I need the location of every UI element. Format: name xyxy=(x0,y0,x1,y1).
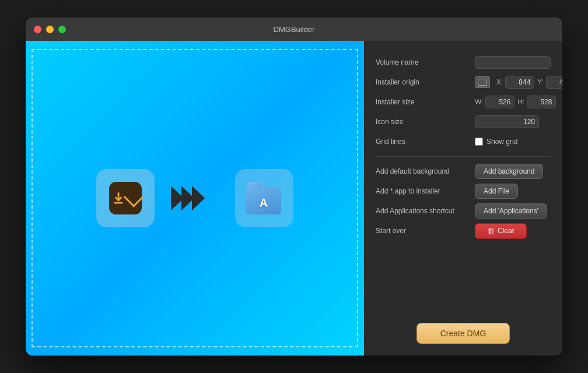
icon-size-controls xyxy=(475,115,551,128)
add-app-controls: Add File xyxy=(475,184,551,199)
installer-origin-row: Installer origin X: Y: xyxy=(376,72,551,92)
y-input[interactable] xyxy=(546,76,562,89)
grid-lines-controls: Show grid xyxy=(475,138,551,146)
svg-rect-1 xyxy=(114,202,123,204)
grid-checkbox-container: Show grid xyxy=(475,138,517,146)
main-window: DMGBuilder xyxy=(26,17,562,356)
start-over-controls: 🗑 Clear xyxy=(475,223,551,239)
installer-size-row: Installer size W: H: xyxy=(376,92,551,112)
h-label: H: xyxy=(517,98,524,106)
w-label: W: xyxy=(475,98,483,106)
arrow-chevrons xyxy=(171,184,219,213)
y-label: Y: xyxy=(537,78,544,86)
x-label: X: xyxy=(496,78,503,86)
svg-marker-4 xyxy=(192,186,205,210)
grid-checkbox[interactable] xyxy=(475,138,483,146)
h-coord-group: H: xyxy=(517,96,556,108)
installer-origin-icon xyxy=(475,76,490,88)
minimize-button[interactable] xyxy=(46,26,54,33)
add-apps-row: Add Applications shortcut Add 'Applicati… xyxy=(376,201,551,221)
app-icon-box xyxy=(96,169,155,227)
canvas-panel: A xyxy=(26,41,364,356)
icon-size-label: Icon size xyxy=(376,118,475,126)
w-coord-group: W: xyxy=(475,96,514,108)
start-over-row: Start over 🗑 Clear xyxy=(376,221,551,241)
add-bg-controls: Add background xyxy=(475,164,551,179)
add-file-button[interactable]: Add File xyxy=(475,184,518,199)
add-background-button[interactable]: Add background xyxy=(475,164,543,179)
bottom-area: Create DMG xyxy=(376,315,551,344)
add-bg-row: Add default background Add background xyxy=(376,161,551,181)
installer-origin-controls: X: Y: xyxy=(475,76,562,89)
x-coord-group: X: xyxy=(496,76,534,89)
volume-name-label: Volume name xyxy=(376,58,475,66)
chevrons-svg xyxy=(171,184,219,213)
add-app-row: Add *.app to installer Add File xyxy=(376,181,551,201)
icon-size-input[interactable] xyxy=(475,115,539,128)
w-input[interactable] xyxy=(485,96,514,108)
volume-name-row: Volume name xyxy=(376,52,551,72)
grid-show-label: Show grid xyxy=(487,138,517,146)
window-controls xyxy=(34,26,66,33)
download-icon xyxy=(109,182,142,214)
start-over-label: Start over xyxy=(376,227,475,235)
close-button[interactable] xyxy=(34,26,41,33)
y-coord-group: Y: xyxy=(537,76,562,89)
installer-origin-label: Installer origin xyxy=(376,78,475,86)
installer-preview: A xyxy=(96,169,293,227)
form-rows: Volume name Installer origin X: xyxy=(376,52,551,315)
content-area: A Volume name Installer origin xyxy=(26,41,562,356)
applications-icon-box: A xyxy=(235,169,293,227)
grid-lines-label: Grid lines xyxy=(376,138,475,146)
icon-size-row: Icon size xyxy=(376,112,551,132)
trash-icon: 🗑 xyxy=(487,227,495,235)
right-panel: Volume name Installer origin X: xyxy=(364,41,562,356)
titlebar: DMGBuilder xyxy=(26,17,562,41)
origin-inner xyxy=(478,79,487,86)
installer-size-controls: W: H: xyxy=(475,96,556,108)
folder-body: A xyxy=(246,186,281,214)
add-applications-button[interactable]: Add 'Applications' xyxy=(475,203,547,219)
folder-icon: A xyxy=(246,182,282,214)
add-apps-controls: Add 'Applications' xyxy=(475,203,551,219)
add-app-label: Add *.app to installer xyxy=(376,187,475,195)
create-dmg-button[interactable]: Create DMG xyxy=(416,323,510,344)
separator-1 xyxy=(376,156,551,157)
h-input[interactable] xyxy=(527,96,556,108)
clear-button[interactable]: 🗑 Clear xyxy=(475,223,527,239)
installer-size-label: Installer size xyxy=(376,98,475,106)
volume-name-controls xyxy=(475,56,551,69)
x-input[interactable] xyxy=(505,76,534,89)
download-svg xyxy=(109,188,128,208)
window-title: DMGBuilder xyxy=(274,25,315,34)
folder-letter: A xyxy=(260,196,268,210)
add-bg-label: Add default background xyxy=(376,167,475,175)
grid-lines-row: Grid lines Show grid xyxy=(376,132,551,152)
maximize-button[interactable] xyxy=(58,26,66,33)
clear-label: Clear xyxy=(498,227,514,235)
add-apps-label: Add Applications shortcut xyxy=(376,207,475,215)
volume-name-input[interactable] xyxy=(475,56,551,69)
